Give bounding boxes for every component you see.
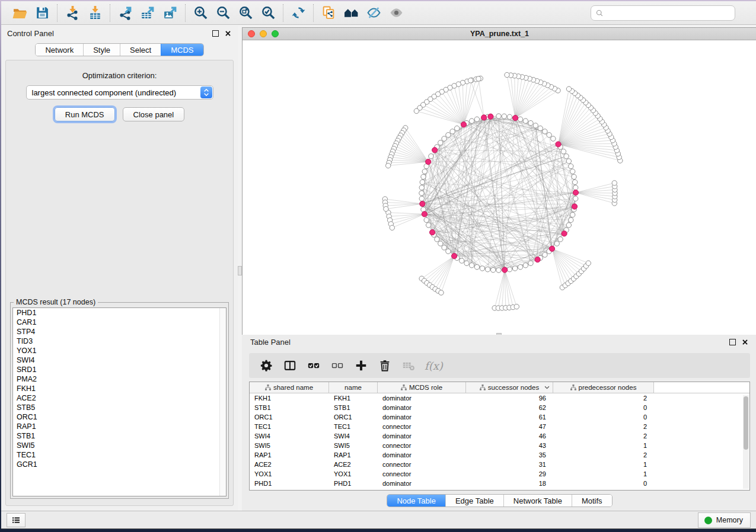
network-window-titlebar[interactable]: YPA_prune.txt_1 (243, 28, 756, 40)
import-network-button[interactable] (62, 4, 82, 22)
table-row[interactable]: RAP1RAP1dominator352 (250, 450, 749, 460)
network-node[interactable] (573, 185, 578, 190)
network-node[interactable] (438, 140, 443, 145)
tab-network[interactable]: Network (36, 44, 83, 56)
float-panel-icon[interactable] (212, 30, 219, 37)
close-panel-button[interactable]: Close panel (123, 107, 185, 121)
network-node[interactable] (384, 207, 388, 211)
save-session-button[interactable] (32, 4, 52, 22)
network-node[interactable] (502, 114, 506, 118)
network-overview-button[interactable] (341, 4, 361, 22)
table-options-gear-button[interactable] (256, 356, 276, 375)
mcds-hub-node[interactable] (513, 116, 518, 121)
network-node[interactable] (586, 261, 591, 265)
mcds-result-item[interactable]: RAP1 (13, 422, 226, 431)
table-row[interactable]: SWI4SWI4dominator462 (250, 431, 749, 441)
apply-layout-button[interactable] (288, 4, 308, 22)
network-node[interactable] (474, 117, 479, 121)
network-node[interactable] (543, 252, 547, 257)
show-details-button[interactable] (386, 4, 406, 22)
zoom-selected-button[interactable] (258, 4, 278, 22)
network-node[interactable] (572, 174, 576, 179)
mcds-hub-node[interactable] (572, 204, 577, 209)
mcds-result-item[interactable]: SWI4 (13, 355, 226, 365)
mcds-hub-node[interactable] (452, 254, 457, 259)
network-node[interactable] (491, 268, 496, 273)
mcds-result-list[interactable]: PHD1CAR1STP4TID3YOX1SWI4SRD1PMA2FKH1ACE2… (12, 307, 227, 496)
network-node[interactable] (485, 267, 490, 272)
network-node[interactable] (547, 133, 551, 137)
table-scrollbar-thumb[interactable] (744, 396, 748, 450)
mcds-result-item[interactable]: GCR1 (13, 460, 226, 469)
table-row[interactable]: ORC1ORC1dominator610 (250, 412, 749, 422)
network-node[interactable] (569, 164, 573, 168)
network-node[interactable] (566, 223, 571, 227)
network-node[interactable] (551, 136, 556, 141)
network-node[interactable] (464, 261, 469, 265)
mcds-hub-node[interactable] (573, 190, 578, 196)
mcds-hub-node[interactable] (430, 230, 435, 235)
criterion-dropdown[interactable]: largest connected component (undirected) (26, 85, 213, 100)
search-box[interactable] (591, 5, 735, 21)
network-node[interactable] (420, 180, 425, 184)
open-file-button[interactable] (9, 4, 30, 22)
mcds-result-item[interactable]: STP4 (13, 327, 226, 336)
zoom-out-button[interactable] (213, 4, 233, 22)
network-node[interactable] (438, 241, 443, 246)
mcds-result-item[interactable]: TID3 (13, 336, 226, 346)
add-row-button[interactable] (351, 356, 371, 375)
network-node[interactable] (505, 72, 509, 77)
network-node[interactable] (446, 249, 451, 254)
network-node[interactable] (566, 159, 571, 164)
network-graph[interactable] (243, 41, 756, 334)
network-node[interactable] (561, 149, 566, 154)
network-node[interactable] (435, 237, 439, 242)
mcds-result-item[interactable]: ORC1 (13, 412, 226, 422)
duplicate-network-button[interactable] (318, 4, 339, 22)
network-node[interactable] (426, 223, 431, 227)
table-row[interactable]: PHD1PHD1dominator180 (250, 479, 749, 488)
network-node[interactable] (566, 86, 571, 91)
network-node[interactable] (474, 265, 479, 270)
tab-network-table[interactable]: Network Table (503, 495, 572, 507)
mcds-result-item[interactable]: STB5 (13, 403, 226, 412)
mcds-hub-node[interactable] (432, 148, 438, 153)
network-canvas[interactable] (243, 41, 756, 335)
zoom-fit-button[interactable] (235, 4, 256, 22)
deselect-all-rows-button[interactable] (327, 356, 347, 375)
network-node[interactable] (507, 267, 512, 272)
close-table-panel-icon[interactable] (741, 338, 749, 346)
column-header-name[interactable]: name (329, 382, 378, 393)
mcds-hub-node[interactable] (556, 142, 561, 147)
network-node[interactable] (450, 129, 455, 134)
column-header-shared-name[interactable]: shared name (250, 382, 329, 393)
export-table-button[interactable] (138, 4, 158, 22)
network-node[interactable] (422, 169, 427, 174)
mcds-result-item[interactable]: SWI5 (13, 441, 226, 450)
table-row[interactable]: TEC1TEC1connector472 (250, 422, 749, 431)
tab-select[interactable]: Select (120, 44, 161, 56)
hide-details-button[interactable] (363, 4, 384, 22)
table-row[interactable]: ACE2ACE2connector311 (250, 460, 749, 469)
network-node[interactable] (496, 268, 501, 273)
network-node[interactable] (523, 118, 528, 123)
network-node[interactable] (476, 76, 481, 81)
mcds-hub-node[interactable] (488, 114, 493, 119)
network-node[interactable] (421, 174, 426, 179)
search-input[interactable] (604, 6, 735, 20)
network-node[interactable] (518, 265, 522, 270)
network-node[interactable] (460, 258, 464, 263)
network-node[interactable] (612, 181, 617, 185)
tab-mcds[interactable]: MCDS (161, 44, 203, 56)
network-node[interactable] (496, 114, 501, 118)
export-network-button[interactable] (115, 4, 135, 22)
network-node[interactable] (573, 180, 578, 184)
mcds-result-item[interactable]: FKH1 (13, 384, 226, 393)
network-node[interactable] (469, 118, 474, 123)
mcds-hub-node[interactable] (422, 211, 427, 217)
memory-button[interactable]: Memory (698, 512, 751, 528)
show-panels-button[interactable] (7, 513, 25, 527)
export-image-button[interactable] (160, 4, 180, 22)
network-node[interactable] (523, 263, 528, 268)
delete-row-button[interactable] (375, 356, 395, 375)
